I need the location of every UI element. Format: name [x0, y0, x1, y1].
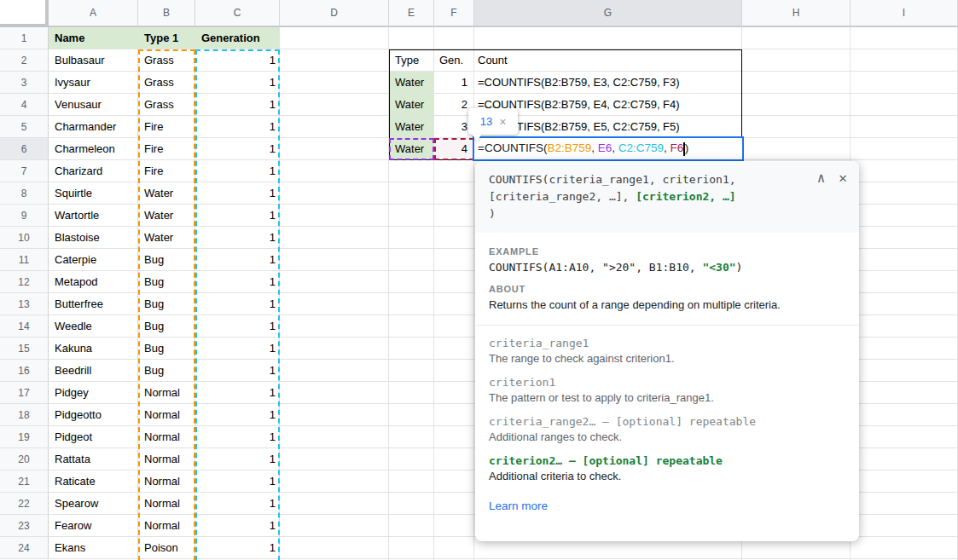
column-header-C[interactable]: C	[195, 0, 280, 27]
row-header-12[interactable]: 12	[0, 271, 49, 293]
learn-more-link[interactable]: Learn more	[489, 499, 548, 512]
cell-generation[interactable]: 1	[195, 205, 280, 227]
row-header-23[interactable]: 23	[0, 515, 49, 537]
cell-type[interactable]: Normal	[138, 382, 195, 404]
cell-generation[interactable]: 1	[195, 138, 280, 160]
cell-name[interactable]: Beedrill	[49, 360, 138, 382]
cell-type[interactable]: Normal	[138, 448, 195, 471]
cell-type[interactable]: Normal	[138, 404, 195, 426]
cell-type[interactable]: Bug	[138, 360, 195, 382]
row-header-4[interactable]: 4	[0, 94, 49, 116]
cell-generation[interactable]: 1	[195, 404, 280, 426]
cell-generation[interactable]: 1	[195, 94, 280, 116]
summary-header-count[interactable]: Count	[474, 49, 742, 72]
cell-generation[interactable]: 1	[195, 315, 280, 338]
row-header-11[interactable]: 11	[0, 249, 49, 271]
row-header-22[interactable]: 22	[0, 493, 49, 515]
summary-cell-type[interactable]: Water	[389, 94, 434, 116]
preview-close-icon[interactable]: ×	[499, 115, 506, 129]
cell-name[interactable]: Rattata	[49, 448, 138, 471]
summary-cell-type-E6[interactable]: Water	[389, 138, 434, 160]
row-header-9[interactable]: 9	[0, 205, 49, 227]
cell-generation[interactable]: 1	[195, 182, 280, 205]
column-header-F[interactable]: F	[434, 0, 474, 27]
row-header-7[interactable]: 7	[0, 160, 49, 182]
column-header-I[interactable]: I	[851, 0, 958, 27]
cell-name[interactable]: Metapod	[49, 271, 138, 293]
row-header-14[interactable]: 14	[0, 315, 49, 338]
select-all-corner[interactable]	[0, 0, 49, 27]
cell-name[interactable]: Fearow	[49, 515, 138, 537]
row-header-13[interactable]: 13	[0, 293, 49, 315]
row-header-17[interactable]: 17	[0, 382, 49, 404]
summary-header-type[interactable]: Type	[389, 49, 434, 72]
cell-generation[interactable]: 1	[195, 49, 280, 72]
cell-generation[interactable]: 1	[195, 382, 280, 404]
cell-generation[interactable]: 1	[195, 515, 280, 537]
collapse-icon[interactable]: ∧	[817, 170, 826, 187]
cell-type[interactable]: Bug	[138, 271, 195, 293]
cell-type[interactable]: Fire	[138, 138, 195, 160]
cell-generation[interactable]: 1	[195, 293, 280, 315]
cell-type[interactable]: Bug	[138, 293, 195, 315]
cell-name[interactable]: Charmeleon	[49, 138, 138, 160]
cell-type[interactable]: Normal	[138, 493, 195, 515]
cell-generation[interactable]: 1	[195, 227, 280, 249]
cell-name[interactable]: Raticate	[49, 471, 138, 493]
row-header-3[interactable]: 3	[0, 72, 49, 94]
cell-name[interactable]: Kakuna	[49, 338, 138, 360]
cell-generation[interactable]: 1	[195, 72, 280, 94]
row-header-20[interactable]: 20	[0, 448, 49, 471]
cell-generation[interactable]: 1	[195, 338, 280, 360]
cell-generation[interactable]: 1	[195, 426, 280, 448]
cell-type[interactable]: Water	[138, 182, 195, 205]
cell-generation[interactable]: 1	[195, 537, 280, 559]
row-header-5[interactable]: 5	[0, 116, 49, 138]
cell-type[interactable]: Grass	[138, 94, 195, 116]
cell-type[interactable]: Water	[138, 227, 195, 249]
row-header-21[interactable]: 21	[0, 471, 49, 493]
cell-name[interactable]: Pidgey	[49, 382, 138, 404]
cell-name[interactable]: Pidgeot	[49, 426, 138, 448]
cell-type[interactable]: Bug	[138, 315, 195, 338]
cell-name[interactable]: Spearow	[49, 493, 138, 515]
header-cell-A1[interactable]: Name	[49, 27, 138, 49]
cell-name[interactable]: Weedle	[49, 315, 138, 338]
cell-name[interactable]: Blastoise	[49, 227, 138, 249]
column-header-E[interactable]: E	[389, 0, 434, 27]
cell-generation[interactable]: 1	[195, 271, 280, 293]
cell-name[interactable]: Ivysaur	[49, 72, 138, 94]
header-cell-C1[interactable]: Generation	[195, 27, 280, 49]
cell-type[interactable]: Normal	[138, 515, 195, 537]
row-header-2[interactable]: 2	[0, 49, 49, 72]
cell-type[interactable]: Fire	[138, 116, 195, 138]
column-header-G[interactable]: G	[474, 0, 742, 27]
row-header-19[interactable]: 19	[0, 426, 49, 448]
cell-generation[interactable]: 1	[195, 360, 280, 382]
cell-type[interactable]: Grass	[138, 72, 195, 94]
row-header-18[interactable]: 18	[0, 404, 49, 426]
cell-generation[interactable]: 1	[195, 493, 280, 515]
cell-type[interactable]: Normal	[138, 426, 195, 448]
row-header-24[interactable]: 24	[0, 537, 49, 559]
cell-name[interactable]: Charizard	[49, 160, 138, 182]
formula-editor-cell-G6[interactable]: =COUNTIFS(B2:B759, E6, C2:C759, F6)	[473, 136, 744, 161]
close-icon[interactable]: ✕	[839, 170, 847, 187]
cell-name[interactable]: Venusaur	[49, 94, 138, 116]
row-header-1[interactable]: 1	[0, 27, 49, 49]
cell-type[interactable]: Grass	[138, 49, 195, 72]
cell-name[interactable]: Caterpie	[49, 249, 138, 271]
cell-name[interactable]: Ekans	[49, 537, 138, 559]
summary-header-gen[interactable]: Gen.	[434, 49, 474, 72]
row-header-6[interactable]: 6	[0, 138, 49, 160]
summary-cell-count-formula[interactable]: =COUNTIFS(B2:B759, E3, C2:C759, F3)	[474, 72, 742, 94]
cell-generation[interactable]: 1	[195, 249, 280, 271]
cell-name[interactable]: Wartortle	[49, 205, 138, 227]
summary-cell-gen[interactable]: 1	[434, 72, 474, 94]
cell-name[interactable]: Bulbasaur	[49, 49, 138, 72]
cell-type[interactable]: Water	[138, 205, 195, 227]
row-header-10[interactable]: 10	[0, 227, 49, 249]
summary-cell-type[interactable]: Water	[389, 72, 434, 94]
cell-type[interactable]: Normal	[138, 471, 195, 493]
cell-name[interactable]: Butterfree	[49, 293, 138, 315]
